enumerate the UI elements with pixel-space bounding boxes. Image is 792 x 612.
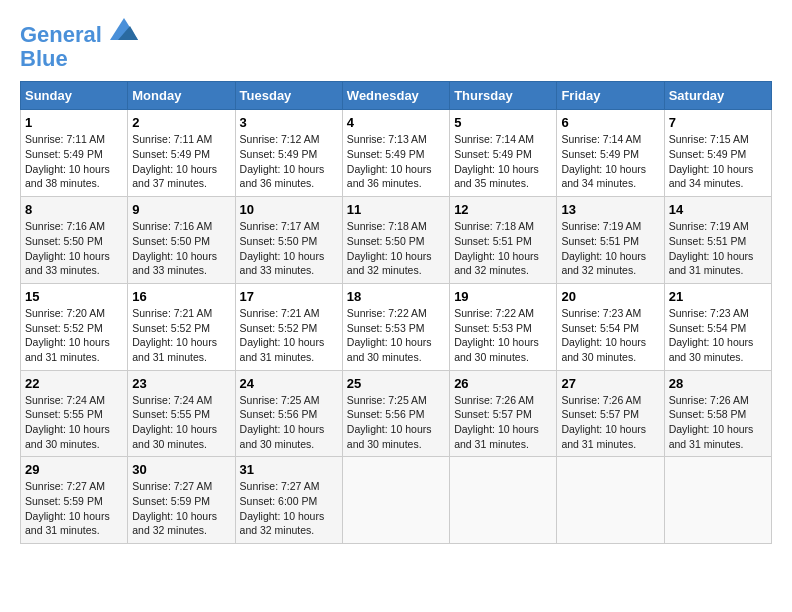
day-info: Sunrise: 7:26 AM Sunset: 5:57 PM Dayligh… — [454, 393, 552, 452]
day-info: Sunrise: 7:25 AM Sunset: 5:56 PM Dayligh… — [240, 393, 338, 452]
calendar-cell: 31 Sunrise: 7:27 AM Sunset: 6:00 PM Dayl… — [235, 457, 342, 544]
day-number: 2 — [132, 115, 230, 130]
calendar-cell: 22 Sunrise: 7:24 AM Sunset: 5:55 PM Dayl… — [21, 370, 128, 457]
calendar-table: SundayMondayTuesdayWednesdayThursdayFrid… — [20, 81, 772, 544]
day-number: 16 — [132, 289, 230, 304]
calendar-cell: 4 Sunrise: 7:13 AM Sunset: 5:49 PM Dayli… — [342, 110, 449, 197]
calendar-cell — [450, 457, 557, 544]
calendar-cell: 12 Sunrise: 7:18 AM Sunset: 5:51 PM Dayl… — [450, 197, 557, 284]
calendar-cell: 16 Sunrise: 7:21 AM Sunset: 5:52 PM Dayl… — [128, 283, 235, 370]
day-info: Sunrise: 7:18 AM Sunset: 5:51 PM Dayligh… — [454, 219, 552, 278]
calendar-cell: 29 Sunrise: 7:27 AM Sunset: 5:59 PM Dayl… — [21, 457, 128, 544]
day-number: 3 — [240, 115, 338, 130]
calendar-header-monday: Monday — [128, 82, 235, 110]
calendar-cell: 9 Sunrise: 7:16 AM Sunset: 5:50 PM Dayli… — [128, 197, 235, 284]
day-info: Sunrise: 7:14 AM Sunset: 5:49 PM Dayligh… — [454, 132, 552, 191]
calendar-header-saturday: Saturday — [664, 82, 771, 110]
day-number: 20 — [561, 289, 659, 304]
calendar-cell: 10 Sunrise: 7:17 AM Sunset: 5:50 PM Dayl… — [235, 197, 342, 284]
day-info: Sunrise: 7:20 AM Sunset: 5:52 PM Dayligh… — [25, 306, 123, 365]
calendar-cell: 8 Sunrise: 7:16 AM Sunset: 5:50 PM Dayli… — [21, 197, 128, 284]
day-info: Sunrise: 7:23 AM Sunset: 5:54 PM Dayligh… — [561, 306, 659, 365]
calendar-week-row: 8 Sunrise: 7:16 AM Sunset: 5:50 PM Dayli… — [21, 197, 772, 284]
day-number: 19 — [454, 289, 552, 304]
day-number: 21 — [669, 289, 767, 304]
day-info: Sunrise: 7:18 AM Sunset: 5:50 PM Dayligh… — [347, 219, 445, 278]
day-info: Sunrise: 7:19 AM Sunset: 5:51 PM Dayligh… — [561, 219, 659, 278]
calendar-cell — [664, 457, 771, 544]
day-info: Sunrise: 7:27 AM Sunset: 5:59 PM Dayligh… — [132, 479, 230, 538]
day-number: 17 — [240, 289, 338, 304]
day-number: 27 — [561, 376, 659, 391]
calendar-header-wednesday: Wednesday — [342, 82, 449, 110]
day-number: 26 — [454, 376, 552, 391]
day-number: 15 — [25, 289, 123, 304]
calendar-header-row: SundayMondayTuesdayWednesdayThursdayFrid… — [21, 82, 772, 110]
calendar-cell: 26 Sunrise: 7:26 AM Sunset: 5:57 PM Dayl… — [450, 370, 557, 457]
day-info: Sunrise: 7:23 AM Sunset: 5:54 PM Dayligh… — [669, 306, 767, 365]
day-number: 25 — [347, 376, 445, 391]
calendar-cell: 14 Sunrise: 7:19 AM Sunset: 5:51 PM Dayl… — [664, 197, 771, 284]
day-info: Sunrise: 7:11 AM Sunset: 5:49 PM Dayligh… — [132, 132, 230, 191]
day-number: 23 — [132, 376, 230, 391]
calendar-cell: 24 Sunrise: 7:25 AM Sunset: 5:56 PM Dayl… — [235, 370, 342, 457]
calendar-cell: 7 Sunrise: 7:15 AM Sunset: 5:49 PM Dayli… — [664, 110, 771, 197]
day-number: 10 — [240, 202, 338, 217]
calendar-cell: 25 Sunrise: 7:25 AM Sunset: 5:56 PM Dayl… — [342, 370, 449, 457]
day-number: 18 — [347, 289, 445, 304]
calendar-cell: 13 Sunrise: 7:19 AM Sunset: 5:51 PM Dayl… — [557, 197, 664, 284]
day-number: 14 — [669, 202, 767, 217]
page-header: General Blue — [20, 20, 772, 71]
calendar-cell: 17 Sunrise: 7:21 AM Sunset: 5:52 PM Dayl… — [235, 283, 342, 370]
calendar-cell: 23 Sunrise: 7:24 AM Sunset: 5:55 PM Dayl… — [128, 370, 235, 457]
day-info: Sunrise: 7:16 AM Sunset: 5:50 PM Dayligh… — [25, 219, 123, 278]
calendar-cell — [557, 457, 664, 544]
calendar-cell: 2 Sunrise: 7:11 AM Sunset: 5:49 PM Dayli… — [128, 110, 235, 197]
day-info: Sunrise: 7:26 AM Sunset: 5:58 PM Dayligh… — [669, 393, 767, 452]
day-number: 1 — [25, 115, 123, 130]
day-number: 29 — [25, 462, 123, 477]
calendar-cell: 19 Sunrise: 7:22 AM Sunset: 5:53 PM Dayl… — [450, 283, 557, 370]
calendar-week-row: 29 Sunrise: 7:27 AM Sunset: 5:59 PM Dayl… — [21, 457, 772, 544]
calendar-cell: 21 Sunrise: 7:23 AM Sunset: 5:54 PM Dayl… — [664, 283, 771, 370]
calendar-cell: 6 Sunrise: 7:14 AM Sunset: 5:49 PM Dayli… — [557, 110, 664, 197]
day-info: Sunrise: 7:22 AM Sunset: 5:53 PM Dayligh… — [347, 306, 445, 365]
day-info: Sunrise: 7:19 AM Sunset: 5:51 PM Dayligh… — [669, 219, 767, 278]
day-info: Sunrise: 7:15 AM Sunset: 5:49 PM Dayligh… — [669, 132, 767, 191]
calendar-cell: 30 Sunrise: 7:27 AM Sunset: 5:59 PM Dayl… — [128, 457, 235, 544]
day-number: 31 — [240, 462, 338, 477]
day-number: 8 — [25, 202, 123, 217]
day-number: 4 — [347, 115, 445, 130]
day-info: Sunrise: 7:14 AM Sunset: 5:49 PM Dayligh… — [561, 132, 659, 191]
day-info: Sunrise: 7:27 AM Sunset: 6:00 PM Dayligh… — [240, 479, 338, 538]
day-number: 28 — [669, 376, 767, 391]
logo-general: General — [20, 22, 102, 47]
calendar-cell: 5 Sunrise: 7:14 AM Sunset: 5:49 PM Dayli… — [450, 110, 557, 197]
day-info: Sunrise: 7:22 AM Sunset: 5:53 PM Dayligh… — [454, 306, 552, 365]
day-info: Sunrise: 7:24 AM Sunset: 5:55 PM Dayligh… — [132, 393, 230, 452]
calendar-cell: 20 Sunrise: 7:23 AM Sunset: 5:54 PM Dayl… — [557, 283, 664, 370]
day-number: 24 — [240, 376, 338, 391]
day-number: 13 — [561, 202, 659, 217]
day-number: 30 — [132, 462, 230, 477]
day-info: Sunrise: 7:21 AM Sunset: 5:52 PM Dayligh… — [240, 306, 338, 365]
calendar-cell: 18 Sunrise: 7:22 AM Sunset: 5:53 PM Dayl… — [342, 283, 449, 370]
day-info: Sunrise: 7:11 AM Sunset: 5:49 PM Dayligh… — [25, 132, 123, 191]
calendar-cell: 3 Sunrise: 7:12 AM Sunset: 5:49 PM Dayli… — [235, 110, 342, 197]
day-info: Sunrise: 7:27 AM Sunset: 5:59 PM Dayligh… — [25, 479, 123, 538]
calendar-header-tuesday: Tuesday — [235, 82, 342, 110]
day-info: Sunrise: 7:24 AM Sunset: 5:55 PM Dayligh… — [25, 393, 123, 452]
day-info: Sunrise: 7:21 AM Sunset: 5:52 PM Dayligh… — [132, 306, 230, 365]
calendar-cell: 15 Sunrise: 7:20 AM Sunset: 5:52 PM Dayl… — [21, 283, 128, 370]
calendar-cell: 11 Sunrise: 7:18 AM Sunset: 5:50 PM Dayl… — [342, 197, 449, 284]
day-number: 12 — [454, 202, 552, 217]
day-number: 11 — [347, 202, 445, 217]
calendar-cell — [342, 457, 449, 544]
calendar-week-row: 22 Sunrise: 7:24 AM Sunset: 5:55 PM Dayl… — [21, 370, 772, 457]
day-number: 6 — [561, 115, 659, 130]
calendar-cell: 27 Sunrise: 7:26 AM Sunset: 5:57 PM Dayl… — [557, 370, 664, 457]
day-number: 7 — [669, 115, 767, 130]
day-number: 5 — [454, 115, 552, 130]
calendar-header-friday: Friday — [557, 82, 664, 110]
day-info: Sunrise: 7:13 AM Sunset: 5:49 PM Dayligh… — [347, 132, 445, 191]
